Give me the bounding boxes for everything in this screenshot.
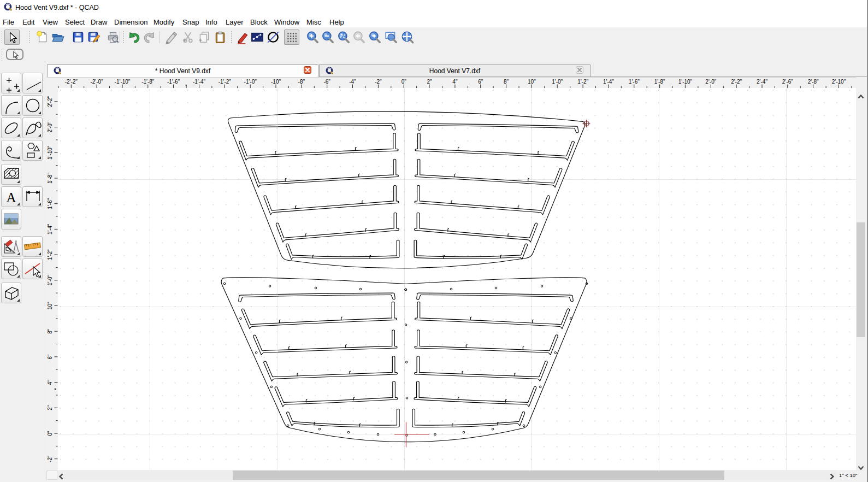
svg-text:4": 4": [47, 380, 53, 385]
svg-text:-6": -6": [323, 79, 330, 85]
svg-text:-2'-0": -2'-0": [90, 79, 103, 85]
svg-text:0": 0": [401, 79, 407, 85]
svg-text:-2": -2": [47, 455, 53, 462]
svg-text:2'-6": 2'-6": [782, 79, 793, 85]
svg-text:1'-0": 1'-0": [552, 79, 563, 85]
svg-text:2'-0": 2'-0": [705, 79, 716, 85]
svg-text:2": 2": [47, 405, 53, 410]
svg-text:6": 6": [478, 79, 483, 85]
svg-text:1'-4": 1'-4": [47, 224, 53, 234]
svg-text:1'-2": 1'-2": [577, 79, 588, 85]
svg-text:2'-2": 2'-2": [47, 96, 53, 107]
svg-text:2'-8": 2'-8": [808, 79, 819, 85]
svg-text:-1'-10": -1'-10": [115, 79, 131, 85]
svg-text:-2": -2": [375, 79, 382, 85]
svg-text:A: A: [6, 190, 16, 205]
svg-text:-1'-4": -1'-4": [193, 79, 206, 85]
svg-text:0": 0": [47, 431, 53, 436]
svg-text:2'-10": 2'-10": [832, 79, 846, 85]
svg-text:-1'-2": -1'-2": [219, 79, 232, 85]
svg-text:1'-8": 1'-8": [47, 173, 53, 184]
svg-text:1'-10": 1'-10": [678, 79, 693, 85]
svg-text:1'-6": 1'-6": [47, 198, 53, 209]
svg-text:2": 2": [427, 79, 432, 85]
svg-text:1'-4": 1'-4": [603, 79, 614, 85]
svg-text:-8": -8": [298, 79, 305, 85]
svg-text:10": 10": [47, 302, 53, 310]
svg-text:8": 8": [504, 79, 509, 85]
svg-text:1'-8": 1'-8": [654, 79, 665, 85]
svg-text:1'-10": 1'-10": [47, 145, 53, 160]
svg-text:8": 8": [47, 328, 53, 334]
svg-text:2'-0": 2'-0": [47, 121, 53, 132]
svg-text:-1'-8": -1'-8": [141, 79, 155, 85]
svg-text:-10": -10": [271, 79, 281, 85]
svg-text:-2'-2": -2'-2": [65, 79, 78, 85]
svg-text:1'-0": 1'-0": [47, 274, 53, 285]
svg-text:-4": -4": [349, 79, 356, 85]
svg-text:10": 10": [528, 79, 536, 85]
svg-text:-1'-6": -1'-6": [167, 79, 180, 85]
svg-text:2'-4": 2'-4": [757, 79, 767, 85]
svg-text:4": 4": [452, 79, 458, 85]
svg-text:1'-6": 1'-6": [629, 79, 640, 85]
svg-text:1'-2": 1'-2": [47, 249, 53, 260]
svg-text:6": 6": [47, 354, 53, 360]
svg-text:-1'-0": -1'-0": [244, 79, 257, 85]
svg-text:2'-2": 2'-2": [731, 79, 742, 85]
